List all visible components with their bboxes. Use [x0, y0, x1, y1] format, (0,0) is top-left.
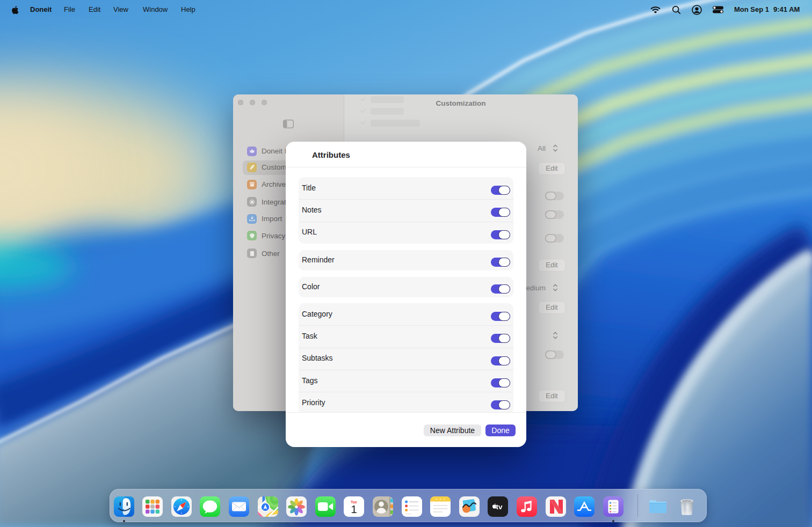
- svg-text:tv: tv: [496, 503, 503, 511]
- svg-text:1: 1: [351, 503, 357, 515]
